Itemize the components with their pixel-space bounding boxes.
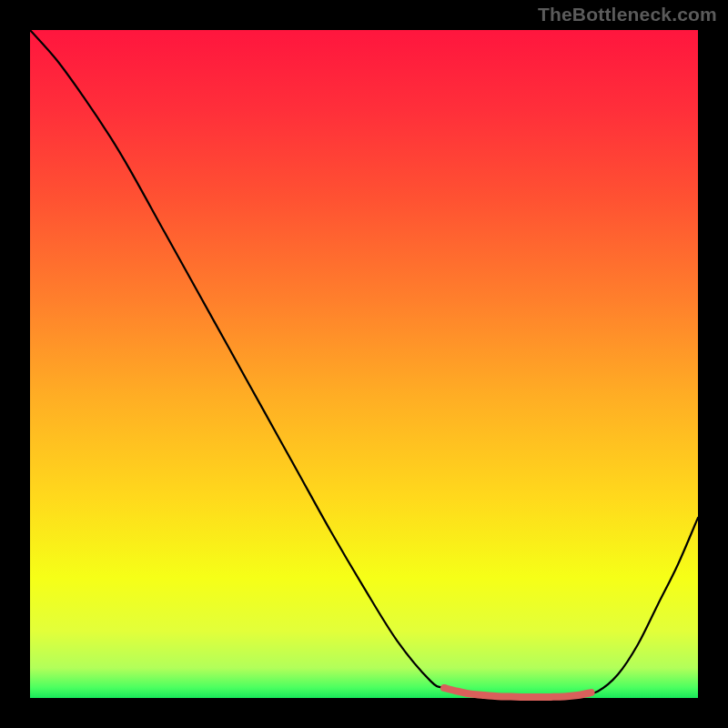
bottleneck-chart: [0, 0, 728, 728]
watermark-text: TheBottleneck.com: [538, 4, 717, 25]
chart-stage: TheBottleneck.com: [0, 0, 728, 728]
gradient-panel: [30, 30, 698, 698]
